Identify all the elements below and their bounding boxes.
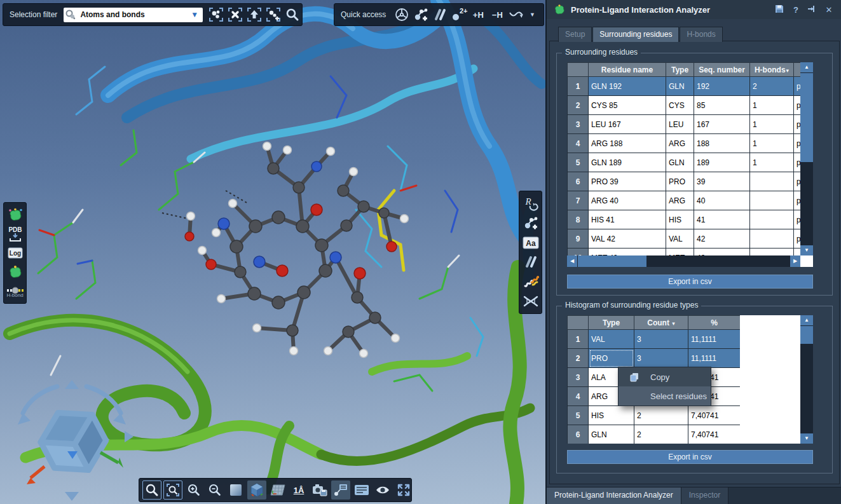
cell[interactable]: GLN 192 <box>589 77 666 96</box>
corner-header[interactable] <box>568 316 589 330</box>
residue-row[interactable]: 8HIS 41HIS41ph <box>568 210 801 229</box>
cell[interactable]: ph <box>794 210 801 229</box>
cell[interactable]: GLN 189 <box>589 153 666 172</box>
cell[interactable]: 5 <box>568 406 589 425</box>
orientation-cube-toggle[interactable] <box>247 480 266 500</box>
scroll-up-button[interactable]: ▲ <box>800 62 813 72</box>
zoom-region-button[interactable] <box>163 480 182 500</box>
scroll-up-button[interactable]: ▲ <box>800 315 813 325</box>
cell[interactable]: 2 <box>634 406 688 425</box>
cell[interactable]: CYS 85 <box>589 96 666 115</box>
cell[interactable]: PRO <box>589 349 634 368</box>
twist-rotate-icon[interactable]: R <box>521 194 540 213</box>
cell[interactable]: 39 <box>694 172 750 191</box>
help-icon[interactable]: ? <box>790 5 802 15</box>
cell[interactable]: 7,40741 <box>688 406 741 425</box>
cell[interactable]: 42 <box>694 229 750 249</box>
cell[interactable]: GLN <box>666 153 694 172</box>
col-seq-number[interactable]: Seq. number <box>694 63 750 77</box>
cell[interactable] <box>750 210 794 229</box>
cell[interactable] <box>750 191 794 210</box>
cell[interactable] <box>750 229 794 249</box>
expand-selection-button[interactable] <box>264 5 283 24</box>
col-type[interactable]: Type <box>666 63 694 77</box>
col-residue-name[interactable]: Residue name <box>589 63 666 77</box>
presets-wheel-icon[interactable] <box>392 5 411 24</box>
cell[interactable]: ph <box>794 172 801 191</box>
rotate-right-arrowhead[interactable] <box>113 413 126 425</box>
histogram-row[interactable]: 6GLN27,40741 <box>568 425 741 444</box>
cell[interactable]: PRO <box>666 172 694 191</box>
cell[interactable]: 2 <box>568 96 589 115</box>
col-count[interactable]: Count ▾ <box>634 316 688 330</box>
cell[interactable]: GLN <box>589 425 634 444</box>
add-atoms-icon[interactable] <box>411 5 430 24</box>
cell[interactable]: 1 <box>568 77 589 96</box>
residue-row[interactable]: 5GLN 189GLN1891ph <box>568 153 801 172</box>
cell[interactable]: 1 <box>568 330 589 349</box>
cell[interactable]: ph <box>794 191 801 210</box>
scroll-down-button[interactable]: ▼ <box>800 245 813 255</box>
cell[interactable]: ARG <box>666 191 694 210</box>
cell[interactable]: 3 <box>568 115 589 134</box>
residue-row[interactable]: 1GLN 192GLN1922ph <box>568 77 801 96</box>
orientation-cube[interactable] <box>32 399 114 484</box>
quick-access-more-icon[interactable]: ▼ <box>526 5 538 24</box>
residue-row[interactable]: 2CYS 85CYS851ph <box>568 96 801 115</box>
zoom-in-button[interactable] <box>184 480 203 500</box>
cell[interactable]: 5 <box>568 153 589 172</box>
cell[interactable]: 85 <box>694 96 750 115</box>
scroll-right-button[interactable]: ▶ <box>790 255 800 267</box>
residue-row[interactable]: 3LEU 167LEU1671ph <box>568 115 801 134</box>
scroll-left-button[interactable]: ◀ <box>567 255 577 267</box>
fullscreen-button[interactable] <box>394 480 413 500</box>
cell[interactable]: 6 <box>568 425 589 444</box>
cell[interactable]: VAL <box>589 330 634 349</box>
cell[interactable]: 3 <box>568 368 589 387</box>
cell[interactable]: ph <box>794 96 801 115</box>
cell[interactable]: CYS <box>666 96 694 115</box>
tab-setup[interactable]: Setup <box>558 27 592 42</box>
cell[interactable]: 4 <box>568 387 589 406</box>
residue-row[interactable]: 9VAL 42VAL42ph <box>568 229 801 249</box>
col-percent[interactable]: % <box>688 316 741 330</box>
cell[interactable]: ph <box>794 134 801 153</box>
col-overflow[interactable] <box>794 63 801 77</box>
dropdown-arrow-icon[interactable]: ▼ <box>186 10 203 19</box>
histogram-row[interactable]: 1VAL311,1111 <box>568 330 741 349</box>
cell[interactable]: 192 <box>694 77 750 96</box>
pin-icon[interactable] <box>807 5 818 15</box>
export-csv-button[interactable]: Export in csv <box>567 450 813 464</box>
residue-row[interactable]: 7ARG 40ARG40ph <box>568 191 801 210</box>
cell[interactable]: 11,1111 <box>688 330 741 349</box>
cell[interactable]: VAL <box>666 229 694 249</box>
cell[interactable]: 40 <box>694 191 750 210</box>
cell[interactable]: LEU 167 <box>589 115 666 134</box>
cell[interactable]: 11,1111 <box>688 349 741 368</box>
bond-order-icon[interactable] <box>430 5 449 24</box>
cell[interactable]: ph <box>794 115 801 134</box>
tab-h-bonds[interactable]: H-bonds <box>680 27 722 42</box>
cell[interactable]: 1 <box>750 134 794 153</box>
close-icon[interactable]: ✕ <box>823 5 835 15</box>
pdb-download-button[interactable]: PDB <box>6 224 25 243</box>
cell[interactable]: PRO 39 <box>589 172 666 191</box>
deselect-button[interactable] <box>226 5 245 24</box>
export-csv-button[interactable]: Export in csv <box>567 275 813 289</box>
cell[interactable]: ARG 40 <box>589 191 666 210</box>
nav-down-arrow[interactable] <box>65 492 79 501</box>
zoom-out-button[interactable] <box>205 480 224 500</box>
snapshot-button[interactable] <box>310 480 329 500</box>
cell[interactable]: ph <box>794 153 801 172</box>
menu-item-select-residues[interactable]: Select residues <box>619 386 711 405</box>
cell[interactable]: 167 <box>694 115 750 134</box>
cell[interactable]: 6 <box>568 172 589 191</box>
grid-plane-button[interactable] <box>268 480 287 500</box>
cell[interactable]: ph <box>794 77 801 96</box>
cell[interactable]: GLN <box>666 77 694 96</box>
cell[interactable]: 41 <box>694 210 750 229</box>
cell[interactable]: ARG 188 <box>589 134 666 153</box>
corner-header[interactable] <box>568 63 589 77</box>
secondary-structure-icon[interactable] <box>521 272 540 291</box>
scroll-thumb[interactable] <box>800 73 813 162</box>
